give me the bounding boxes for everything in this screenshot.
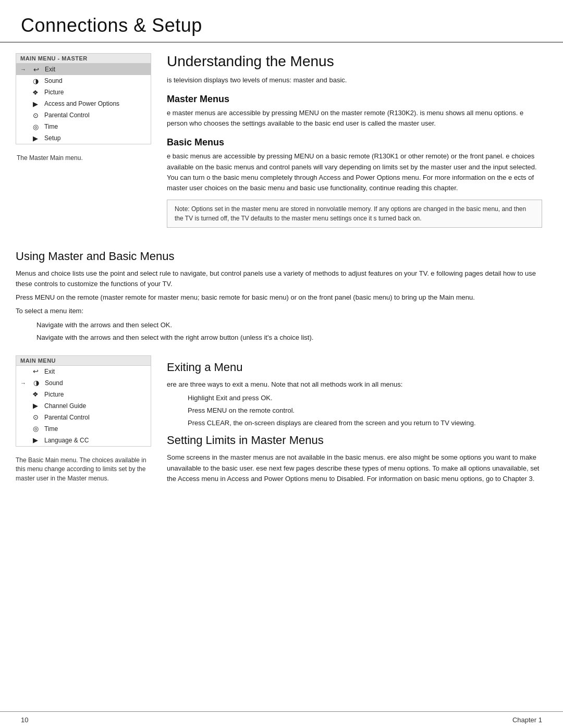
master-menu-sound-label: Sound: [44, 77, 63, 84]
master-menu-item-exit[interactable]: → ↩ Exit: [16, 64, 151, 75]
basic-menu-item-language[interactable]: ▶ Language & CC: [16, 435, 151, 446]
sound-icon-b: ◑: [31, 379, 41, 387]
channel-icon-b: ▶: [31, 402, 40, 410]
arrow-indicator: →: [20, 66, 26, 72]
time-icon-b: ◎: [31, 425, 40, 433]
language-icon-b: ▶: [31, 436, 40, 444]
page-header: Connections & Setup: [0, 0, 563, 43]
basic-menu-item-time[interactable]: ◎ Time: [16, 423, 151, 435]
master-menu-item-parental[interactable]: ⊙ Parental Control: [16, 109, 151, 121]
master-menu-item-picture[interactable]: ❖ Picture: [16, 87, 151, 98]
basic-menu-item-picture[interactable]: ❖ Picture: [16, 389, 151, 400]
exiting-bullet1: Highlight Exit and press OK.: [188, 393, 542, 403]
basic-menu-exit-label: Exit: [44, 368, 55, 375]
basic-menu-sound-label: Sound: [45, 379, 63, 387]
no-arrow-4: [20, 112, 26, 118]
sound-arrow: →: [20, 380, 26, 386]
understanding-intro: is television displays two levels of men…: [167, 75, 542, 85]
master-menu-item-access[interactable]: ▶ Access and Power Options: [16, 98, 151, 109]
master-menu-title: MAIN MENU - MASTER: [16, 54, 151, 64]
using-master-para3: To select a menu item:: [16, 306, 542, 316]
master-menu-access-label: Access and Power Options: [44, 100, 119, 107]
exiting-title: Exiting a Menu: [167, 361, 542, 374]
note-box: Note: Options set in the master menu are…: [167, 200, 542, 228]
page-title: Connections & Setup: [21, 15, 542, 36]
no-arrow-b1: [20, 368, 26, 375]
master-menu-setup-label: Setup: [44, 134, 60, 142]
no-arrow-b5: [20, 414, 26, 421]
master-menus-text: e master menus are accessible by pressin…: [167, 108, 542, 129]
no-arrow-6: [20, 135, 26, 141]
access-icon-1: ▶: [31, 100, 40, 108]
exit-icon-b: ↩: [31, 367, 40, 375]
basic-menus-text: e basic menus are accessible by pressing…: [167, 151, 542, 193]
lower-left: MAIN MENU ↩ Exit → ◑ Sound ❖ Picture ▶ C…: [16, 355, 151, 487]
chapter-label: Chapter 1: [512, 716, 542, 724]
no-arrow-1: [20, 78, 26, 84]
no-arrow-3: [20, 101, 26, 107]
basic-menu-item-exit[interactable]: ↩ Exit: [16, 366, 151, 377]
basic-menu-time-label: Time: [44, 425, 58, 433]
master-menu-item-sound[interactable]: ◑ Sound: [16, 75, 151, 87]
no-arrow-b4: [20, 403, 26, 409]
understanding-title: Understanding the Menus: [167, 53, 542, 70]
parental-icon-b: ⊙: [31, 413, 40, 421]
using-master-bullet2: Navigate with the arrows and then select…: [36, 332, 542, 343]
master-menu-item-time[interactable]: ◎ Time: [16, 121, 151, 132]
main-content: MAIN MENU - MASTER → ↩ Exit ◑ Sound ❖ Pi…: [0, 43, 563, 244]
exit-icon: ↩: [31, 66, 41, 73]
picture-icon-b: ❖: [31, 390, 40, 398]
master-menu-parental-label: Parental Control: [44, 112, 90, 119]
page-footer: 10 Chapter 1: [0, 711, 563, 728]
basic-menu-channel-label: Channel Guide: [44, 402, 86, 410]
exiting-bullet2: Press MENU on the remote control.: [188, 405, 542, 416]
note-text: Note: Options set in the master menu are…: [175, 205, 526, 222]
master-menu-time-label: Time: [44, 123, 58, 130]
setting-limits-title: Setting Limits in Master Menus: [167, 434, 542, 447]
no-arrow-b7: [20, 437, 26, 443]
basic-menu-picture-label: Picture: [44, 391, 64, 398]
basic-menu-item-parental[interactable]: ⊙ Parental Control: [16, 412, 151, 423]
left-column: MAIN MENU - MASTER → ↩ Exit ◑ Sound ❖ Pi…: [16, 53, 151, 234]
picture-icon-1: ❖: [31, 89, 40, 96]
right-column: Understanding the Menus is television di…: [162, 53, 542, 234]
setup-icon-1: ▶: [31, 134, 40, 142]
basic-menu-language-label: Language & CC: [44, 437, 89, 444]
basic-menu-parental-label: Parental Control: [44, 414, 90, 421]
page-number: 10: [21, 716, 28, 724]
basic-menus-subtitle: Basic Menus: [167, 137, 542, 148]
basic-menu-item-channel[interactable]: ▶ Channel Guide: [16, 400, 151, 412]
using-master-para2: Press MENU on the remote (master remote …: [16, 292, 542, 303]
master-menu-picture-label: Picture: [44, 89, 64, 96]
master-menu-item-setup[interactable]: ▶ Setup: [16, 132, 151, 144]
sound-icon-1: ◑: [31, 77, 40, 85]
exiting-intro: ere are three ways to exit a menu. Note …: [167, 379, 542, 390]
basic-menu-title: MAIN MENU: [16, 356, 151, 366]
basic-menu-box: MAIN MENU ↩ Exit → ◑ Sound ❖ Picture ▶ C…: [16, 355, 151, 447]
master-menus-subtitle: Master Menus: [167, 94, 542, 105]
master-menu-box: MAIN MENU - MASTER → ↩ Exit ◑ Sound ❖ Pi…: [16, 53, 151, 144]
master-menu-caption: The Master Main menu.: [16, 154, 151, 163]
lower-right: Exiting a Menu ere are three ways to exi…: [162, 355, 542, 487]
lower-two-col: MAIN MENU ↩ Exit → ◑ Sound ❖ Picture ▶ C…: [0, 355, 563, 492]
basic-menu-caption: The Basic Main menu. The choices availab…: [16, 456, 151, 483]
no-arrow-b3: [20, 391, 26, 398]
basic-menu-item-sound[interactable]: → ◑ Sound: [16, 377, 151, 389]
using-master-section: Using Master and Basic Menus Menus and c…: [0, 250, 563, 355]
time-icon-1: ◎: [31, 123, 40, 131]
exiting-bullet3: Press CLEAR, the on-screen displays are …: [188, 418, 542, 428]
master-menu-exit-label: Exit: [45, 66, 55, 73]
setting-limits-text: Some screens in the master menus are not…: [167, 452, 542, 484]
no-arrow-b6: [20, 426, 26, 432]
using-master-title: Using Master and Basic Menus: [16, 250, 542, 263]
parental-icon-1: ⊙: [31, 112, 40, 119]
no-arrow-5: [20, 124, 26, 130]
no-arrow-2: [20, 89, 26, 95]
using-master-bullet1: Navigate with the arrows and then select…: [36, 320, 542, 330]
using-master-intro: Menus and choice lists use the point and…: [16, 268, 542, 289]
